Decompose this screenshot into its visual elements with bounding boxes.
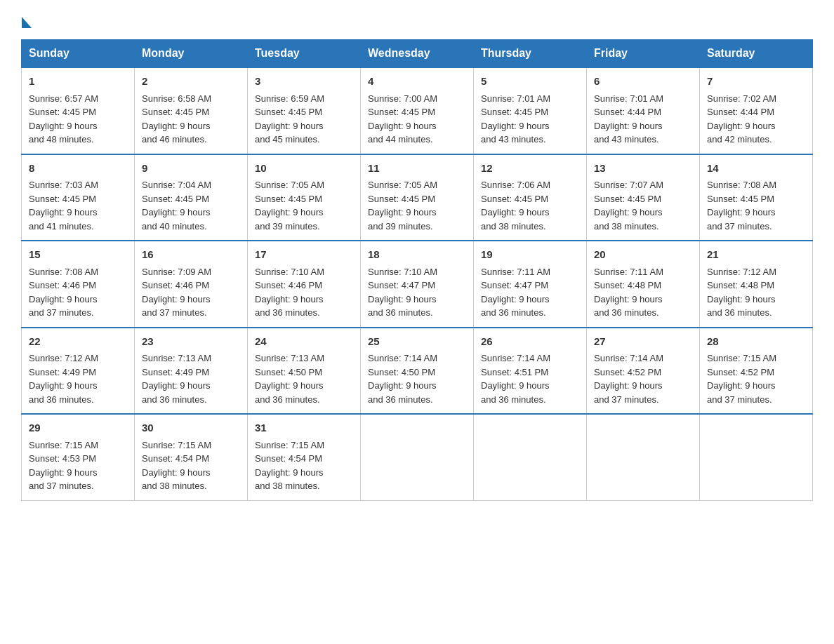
- sunrise-label: Sunrise: 7:14 AM: [594, 353, 663, 363]
- daylight-label: Daylight: 9 hours: [142, 121, 211, 131]
- calendar-cell: 15 Sunrise: 7:08 AM Sunset: 4:46 PM Dayl…: [22, 241, 135, 328]
- calendar-cell: 26 Sunrise: 7:14 AM Sunset: 4:51 PM Dayl…: [474, 328, 587, 415]
- daylight-label: Daylight: 9 hours: [594, 380, 663, 391]
- daylight-minutes: and 36 minutes.: [255, 394, 320, 405]
- day-number: 19: [481, 247, 579, 263]
- sunrise-label: Sunrise: 7:09 AM: [142, 267, 211, 277]
- daylight-minutes: and 42 minutes.: [707, 134, 772, 145]
- sunset-label: Sunset: 4:45 PM: [29, 107, 96, 117]
- calendar-cell: 5 Sunrise: 7:01 AM Sunset: 4:45 PM Dayli…: [474, 67, 587, 154]
- sunrise-label: Sunrise: 7:15 AM: [142, 440, 211, 450]
- calendar-cell: 1 Sunrise: 6:57 AM Sunset: 4:45 PM Dayli…: [22, 67, 135, 154]
- sunrise-label: Sunrise: 7:00 AM: [368, 93, 437, 104]
- day-number: 20: [594, 247, 692, 263]
- daylight-label: Daylight: 9 hours: [29, 121, 98, 131]
- sunset-label: Sunset: 4:45 PM: [481, 194, 548, 204]
- calendar-cell: 4 Sunrise: 7:00 AM Sunset: 4:45 PM Dayli…: [361, 67, 474, 154]
- sunset-label: Sunset: 4:45 PM: [368, 194, 435, 204]
- sunset-label: Sunset: 4:49 PM: [29, 367, 96, 377]
- daylight-label: Daylight: 9 hours: [481, 380, 550, 391]
- sunrise-label: Sunrise: 7:13 AM: [255, 353, 324, 363]
- sunset-label: Sunset: 4:44 PM: [594, 107, 661, 117]
- calendar-cell: 23 Sunrise: 7:13 AM Sunset: 4:49 PM Dayl…: [135, 328, 248, 415]
- daylight-minutes: and 36 minutes.: [142, 394, 207, 405]
- day-number: 3: [255, 74, 353, 90]
- calendar-cell: 28 Sunrise: 7:15 AM Sunset: 4:52 PM Dayl…: [700, 328, 813, 415]
- daylight-label: Daylight: 9 hours: [368, 121, 437, 131]
- calendar-cell: [474, 414, 587, 500]
- daylight-label: Daylight: 9 hours: [707, 380, 776, 391]
- calendar-week-row: 1 Sunrise: 6:57 AM Sunset: 4:45 PM Dayli…: [22, 67, 813, 154]
- day-number: 22: [29, 334, 127, 350]
- calendar-cell: 10 Sunrise: 7:05 AM Sunset: 4:45 PM Dayl…: [248, 154, 361, 241]
- daylight-minutes: and 38 minutes.: [255, 481, 320, 491]
- sunrise-label: Sunrise: 7:08 AM: [29, 267, 98, 277]
- calendar-cell: 18 Sunrise: 7:10 AM Sunset: 4:47 PM Dayl…: [361, 241, 474, 328]
- sunset-label: Sunset: 4:46 PM: [255, 280, 322, 290]
- day-number: 8: [29, 161, 127, 177]
- calendar-cell: 29 Sunrise: 7:15 AM Sunset: 4:53 PM Dayl…: [22, 414, 135, 500]
- sunrise-label: Sunrise: 7:03 AM: [29, 180, 98, 190]
- day-number: 9: [142, 161, 240, 177]
- daylight-minutes: and 36 minutes.: [481, 394, 546, 405]
- day-number: 18: [368, 247, 466, 263]
- day-number: 23: [142, 334, 240, 350]
- sunrise-label: Sunrise: 7:15 AM: [255, 440, 324, 450]
- sunrise-label: Sunrise: 7:12 AM: [29, 353, 98, 363]
- calendar-cell: 6 Sunrise: 7:01 AM Sunset: 4:44 PM Dayli…: [587, 67, 700, 154]
- daylight-minutes: and 36 minutes.: [29, 394, 94, 405]
- daylight-label: Daylight: 9 hours: [594, 294, 663, 304]
- day-number: 26: [481, 334, 579, 350]
- col-header-saturday: Saturday: [700, 40, 813, 68]
- sunrise-label: Sunrise: 7:04 AM: [142, 180, 211, 190]
- daylight-minutes: and 38 minutes.: [594, 221, 659, 232]
- calendar-cell: 20 Sunrise: 7:11 AM Sunset: 4:48 PM Dayl…: [587, 241, 700, 328]
- sunset-label: Sunset: 4:47 PM: [368, 280, 435, 290]
- day-number: 13: [594, 161, 692, 177]
- daylight-minutes: and 43 minutes.: [481, 134, 546, 145]
- daylight-minutes: and 39 minutes.: [368, 221, 433, 232]
- col-header-thursday: Thursday: [474, 40, 587, 68]
- sunset-label: Sunset: 4:45 PM: [368, 107, 435, 117]
- calendar-header-row: SundayMondayTuesdayWednesdayThursdayFrid…: [22, 40, 813, 68]
- col-header-tuesday: Tuesday: [248, 40, 361, 68]
- calendar-cell: 11 Sunrise: 7:05 AM Sunset: 4:45 PM Dayl…: [361, 154, 474, 241]
- calendar-cell: 13 Sunrise: 7:07 AM Sunset: 4:45 PM Dayl…: [587, 154, 700, 241]
- sunset-label: Sunset: 4:45 PM: [142, 107, 209, 117]
- daylight-label: Daylight: 9 hours: [29, 207, 98, 217]
- day-number: 1: [29, 74, 127, 90]
- day-number: 27: [594, 334, 692, 350]
- sunrise-label: Sunrise: 7:06 AM: [481, 180, 550, 190]
- calendar-cell: 17 Sunrise: 7:10 AM Sunset: 4:46 PM Dayl…: [248, 241, 361, 328]
- sunrise-label: Sunrise: 7:10 AM: [255, 267, 324, 277]
- daylight-minutes: and 37 minutes.: [29, 481, 94, 491]
- sunset-label: Sunset: 4:51 PM: [481, 367, 548, 377]
- page-header: [21, 14, 813, 25]
- daylight-label: Daylight: 9 hours: [142, 380, 211, 391]
- daylight-minutes: and 37 minutes.: [594, 394, 659, 405]
- sunrise-label: Sunrise: 7:11 AM: [594, 267, 663, 277]
- sunset-label: Sunset: 4:54 PM: [142, 453, 209, 464]
- sunrise-label: Sunrise: 7:02 AM: [707, 93, 776, 104]
- daylight-label: Daylight: 9 hours: [481, 294, 550, 304]
- sunrise-label: Sunrise: 6:57 AM: [29, 93, 98, 104]
- sunset-label: Sunset: 4:45 PM: [142, 194, 209, 204]
- daylight-label: Daylight: 9 hours: [481, 207, 550, 217]
- calendar-cell: 27 Sunrise: 7:14 AM Sunset: 4:52 PM Dayl…: [587, 328, 700, 415]
- sunset-label: Sunset: 4:52 PM: [707, 367, 774, 377]
- calendar-cell: [700, 414, 813, 500]
- calendar-cell: 3 Sunrise: 6:59 AM Sunset: 4:45 PM Dayli…: [248, 67, 361, 154]
- sunrise-label: Sunrise: 7:15 AM: [29, 440, 98, 450]
- logo-arrow-icon: [22, 17, 32, 28]
- daylight-label: Daylight: 9 hours: [255, 294, 324, 304]
- sunrise-label: Sunrise: 7:01 AM: [594, 93, 663, 104]
- sunset-label: Sunset: 4:49 PM: [142, 367, 209, 377]
- calendar-cell: 8 Sunrise: 7:03 AM Sunset: 4:45 PM Dayli…: [22, 154, 135, 241]
- sunset-label: Sunset: 4:46 PM: [142, 280, 209, 290]
- daylight-minutes: and 36 minutes.: [255, 307, 320, 318]
- calendar-cell: 14 Sunrise: 7:08 AM Sunset: 4:45 PM Dayl…: [700, 154, 813, 241]
- sunrise-label: Sunrise: 7:07 AM: [594, 180, 663, 190]
- daylight-minutes: and 36 minutes.: [368, 394, 433, 405]
- daylight-minutes: and 46 minutes.: [142, 134, 207, 145]
- day-number: 11: [368, 161, 466, 177]
